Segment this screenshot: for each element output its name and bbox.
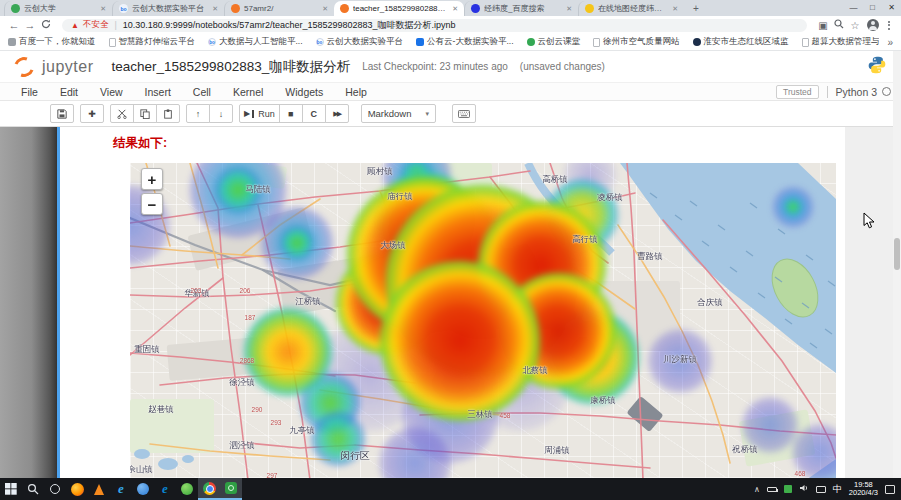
tab-close-icon[interactable]: ✕ xyxy=(212,5,218,13)
map-place-label: 高行镇 xyxy=(572,234,598,246)
interrupt-kernel-button[interactable]: ■ xyxy=(279,104,303,123)
cortana-icon[interactable] xyxy=(44,478,66,500)
browser-tab-4[interactable]: teacher_1585299802883_咖啡...✕ xyxy=(334,1,464,16)
move-cell-down-button[interactable]: ↓ xyxy=(209,104,233,123)
window-maximize-button[interactable]: □ xyxy=(863,0,882,15)
bookmark-favicon-icon xyxy=(109,38,116,47)
restart-run-all-button[interactable]: ▶▶ xyxy=(325,104,349,123)
heatmap-output[interactable]: + − 马陆镇顾村镇庙行镇大场镇华新镇江桥镇高桥镇凌桥镇高行镇曹路镇合庆镇北蔡镇… xyxy=(130,163,836,478)
forward-icon[interactable]: → xyxy=(22,16,38,34)
python-logo-icon xyxy=(867,55,887,79)
map-zoom-in-button[interactable]: + xyxy=(141,168,163,190)
restart-kernel-button[interactable]: C xyxy=(302,104,326,123)
window-minimize-button[interactable]: — xyxy=(844,0,863,15)
browser-tab-5[interactable]: 经纬度_百度搜索✕ xyxy=(464,1,578,16)
map-yellow-favicon-icon xyxy=(585,4,594,13)
notebook-menubar: FileEditViewInsertCellKernelWidgetsHelp … xyxy=(0,82,901,101)
url-field[interactable]: ▲ 不安全 | 10.30.180.9:9999/notebooks/57amr… xyxy=(62,19,807,32)
tab-close-icon[interactable]: ✕ xyxy=(452,5,458,13)
page-scrollbar[interactable] xyxy=(893,51,901,478)
bookmark-item-9[interactable]: 超算大数据管理与应... xyxy=(802,36,880,48)
blue-app-icon[interactable] xyxy=(132,478,154,500)
taskbar-clock[interactable]: 19:58 2020/4/3 xyxy=(849,481,878,498)
command-palette-button[interactable] xyxy=(452,104,476,123)
paste-cell-button[interactable] xyxy=(156,104,180,123)
chrome-icon[interactable] xyxy=(198,478,220,500)
tray-expand-icon[interactable]: ∧ xyxy=(754,485,760,494)
reader-mode-icon[interactable]: ▣ xyxy=(815,20,831,31)
battery-icon[interactable] xyxy=(767,487,777,492)
ime-indicator[interactable]: 中 xyxy=(833,483,842,496)
bookmarks-overflow-icon[interactable]: » xyxy=(879,37,893,48)
cell-type-dropdown[interactable]: Markdown ▾ xyxy=(361,104,436,123)
browser-tab-3[interactable]: 57amr2/✕ xyxy=(224,1,334,16)
bookmark-item-7[interactable]: 徐州市空气质量网站 xyxy=(593,36,680,48)
taskbar-search-icon[interactable] xyxy=(22,478,44,500)
green-app-icon[interactable] xyxy=(176,478,198,500)
browser-tab-2[interactable]: bo云创大数据实验平台✕ xyxy=(112,1,224,16)
move-cell-up-button[interactable]: ↑ xyxy=(186,104,210,123)
cut-cell-button[interactable] xyxy=(110,104,134,123)
network-icon[interactable] xyxy=(816,486,826,493)
browser-menu-icon[interactable] xyxy=(888,21,890,30)
bookmark-item-2[interactable]: 智慧路灯伸缩云平台 xyxy=(109,36,196,48)
menu-edit[interactable]: Edit xyxy=(49,86,89,98)
bookmarks-list: 百度一下，你就知道智慧路灯伸缩云平台bo大数据与人工智能平...bo云创大数据实… xyxy=(8,36,879,48)
bo-blue-favicon-icon: bo xyxy=(119,4,128,13)
profile-avatar[interactable] xyxy=(867,19,879,31)
vlc-icon[interactable] xyxy=(88,478,110,500)
browser-tab-6[interactable]: 在线地图经度纬度查询 — 经纬...✕ xyxy=(578,1,684,16)
notebook-title[interactable]: teacher_1585299802883_咖啡数据分析 xyxy=(112,58,351,76)
bookmark-star-icon[interactable]: ☆ xyxy=(847,20,863,31)
tab-close-icon[interactable]: ✕ xyxy=(322,5,328,13)
edge-icon[interactable]: e xyxy=(154,478,176,500)
remote-app-icon[interactable] xyxy=(220,478,242,500)
bookmark-item-3[interactable]: bo大数据与人工智能平... xyxy=(208,36,303,48)
back-icon[interactable]: ← xyxy=(6,16,22,34)
menu-kernel[interactable]: Kernel xyxy=(222,86,274,98)
selected-cell[interactable]: 结果如下: + − 马陆镇顾村镇庙行镇大场镇华新镇江桥镇高桥镇凌桥镇高行镇曹路镇… xyxy=(57,127,845,478)
bookmark-item-5[interactable]: 公有云-大数据实验平... xyxy=(416,36,513,48)
bookmark-favicon-icon xyxy=(416,38,424,46)
bookmark-item-6[interactable]: 云创云课堂 xyxy=(527,36,581,48)
bookmark-item-8[interactable]: 淮安市生态红线区域监 xyxy=(693,36,789,48)
clock-date: 2020/4/3 xyxy=(849,489,878,498)
menu-insert[interactable]: Insert xyxy=(134,86,182,98)
browser-tab-1[interactable]: 云创大学✕ xyxy=(4,1,112,16)
map-zoom-out-button[interactable]: − xyxy=(141,193,163,215)
tray-green-icon[interactable] xyxy=(784,485,792,493)
speaker-icon[interactable] xyxy=(799,483,809,495)
reload-icon[interactable] xyxy=(38,16,54,34)
tab-close-icon[interactable]: ✕ xyxy=(672,5,678,13)
jupyter-logo-text[interactable]: jupyter xyxy=(42,58,94,76)
tab-close-icon[interactable]: ✕ xyxy=(566,5,572,13)
new-tab-button[interactable]: + xyxy=(688,2,704,16)
menu-help[interactable]: Help xyxy=(334,86,378,98)
add-cell-button[interactable]: ✚ xyxy=(80,104,104,123)
menu-widgets[interactable]: Widgets xyxy=(274,86,334,98)
window-close-button[interactable]: ✕ xyxy=(882,0,901,15)
bookmark-item-1[interactable]: 百度一下，你就知道 xyxy=(8,36,96,48)
scrollbar-thumb[interactable] xyxy=(894,238,900,270)
menu-cell[interactable]: Cell xyxy=(182,86,222,98)
tab-close-icon[interactable]: ✕ xyxy=(100,5,106,13)
zoom-icon[interactable] xyxy=(831,19,847,31)
copy-cell-button[interactable] xyxy=(133,104,157,123)
bookmark-item-4[interactable]: bo云创大数据实验平台 xyxy=(316,36,404,48)
not-secure-warning-icon: ▲ xyxy=(71,21,79,30)
save-button[interactable] xyxy=(50,104,74,123)
window-controls: — □ ✕ xyxy=(844,0,901,15)
map-place-label: 江桥镇 xyxy=(295,296,321,308)
action-center-icon[interactable] xyxy=(885,485,895,494)
ie-icon[interactable]: e xyxy=(110,478,132,500)
menu-file[interactable]: File xyxy=(10,86,49,98)
run-cell-button[interactable]: ▶Run xyxy=(239,104,280,123)
menu-view[interactable]: View xyxy=(89,86,134,98)
jupyter-logo-icon[interactable] xyxy=(11,53,38,80)
map-road-number: 468 xyxy=(795,470,806,477)
notebook-toolbar: ✚ ↑ ↓ ▶Run ■ C ▶▶ Markdown ▾ xyxy=(0,101,901,127)
map-place-label: 康桥镇 xyxy=(590,395,616,407)
firefox-icon[interactable] xyxy=(66,478,88,500)
start-button[interactable] xyxy=(0,478,22,500)
bookmark-label: 公有云-大数据实验平... xyxy=(427,36,513,48)
